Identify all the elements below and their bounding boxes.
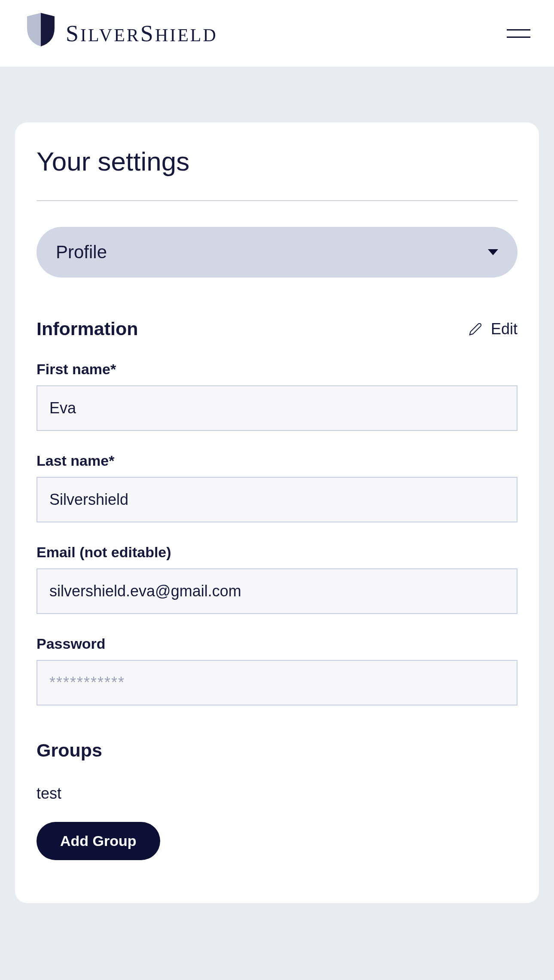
section-dropdown[interactable]: Profile	[37, 227, 517, 278]
edit-label: Edit	[491, 320, 517, 338]
password-input[interactable]	[37, 660, 517, 705]
groups-title: Groups	[37, 740, 517, 761]
information-title: Information	[37, 318, 138, 339]
add-group-button[interactable]: Add Group	[37, 822, 160, 860]
page-title: Your settings	[37, 146, 517, 177]
group-item: test	[37, 785, 517, 803]
last-name-input[interactable]	[37, 477, 517, 522]
dropdown-selected: Profile	[56, 242, 107, 263]
groups-section: Groups test Add Group	[37, 740, 517, 860]
email-label: Email (not editable)	[37, 544, 517, 561]
hamburger-icon	[507, 37, 530, 38]
email-input	[37, 568, 517, 614]
first-name-input[interactable]	[37, 385, 517, 431]
email-field: Email (not editable)	[37, 544, 517, 614]
information-header: Information Edit	[37, 318, 517, 339]
logo-text: SILVERSHIELD	[66, 20, 218, 47]
password-label: Password	[37, 635, 517, 652]
hamburger-icon	[507, 29, 530, 31]
shield-icon	[24, 13, 58, 54]
logo[interactable]: SILVERSHIELD	[24, 13, 218, 54]
last-name-label: Last name*	[37, 452, 517, 469]
header: SILVERSHIELD	[0, 0, 554, 67]
last-name-field: Last name*	[37, 452, 517, 522]
edit-button[interactable]: Edit	[469, 320, 517, 338]
divider	[37, 200, 517, 201]
chevron-down-icon	[488, 249, 498, 255]
password-field: Password	[37, 635, 517, 705]
main-content: Your settings Profile Information Edit F…	[0, 67, 554, 903]
first-name-label: First name*	[37, 361, 517, 378]
menu-button[interactable]	[507, 29, 530, 38]
first-name-field: First name*	[37, 361, 517, 431]
pencil-icon	[469, 322, 482, 336]
settings-card: Your settings Profile Information Edit F…	[15, 122, 539, 903]
